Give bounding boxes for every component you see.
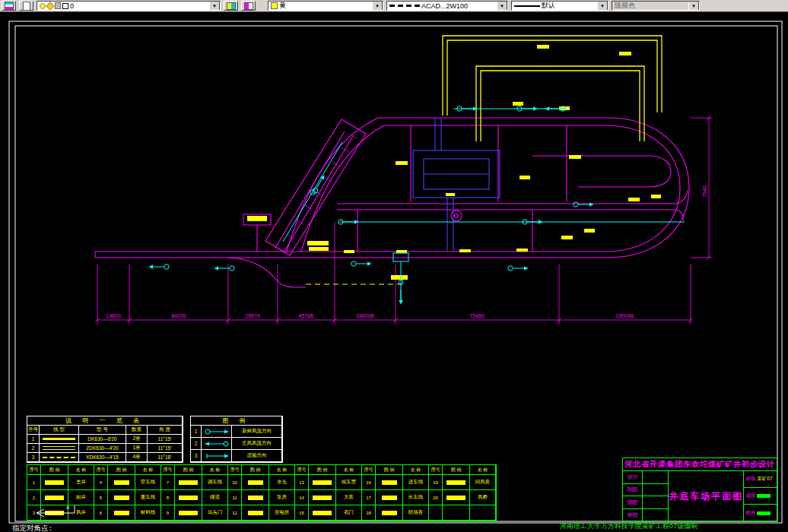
- project-title: 河北省开滦集团东欢坨煤矿矿井初步设计: [623, 458, 777, 471]
- meta-value: 采矿07: [757, 476, 772, 483]
- main-table-cell: [242, 505, 269, 521]
- spec-table: 说 明 一 览 表 序号 线 型 型 号 数量 角 度 1 DK630—6′20…: [27, 416, 183, 463]
- main-table-cell: 18: [362, 505, 376, 521]
- linetype-name: ACAD...2W100: [421, 2, 468, 10]
- main-table-cell: 重车线: [135, 490, 161, 505]
- main-table-cell: [470, 505, 496, 521]
- layer-previous-button[interactable]: [241, 1, 256, 11]
- chevron-down-icon: ▼: [688, 1, 699, 11]
- main-table-cell: 出车线: [403, 490, 429, 505]
- main-table-cell: [108, 475, 135, 490]
- main-table-cell: 9: [161, 505, 175, 521]
- main-table-cell: 7: [161, 475, 175, 490]
- main-table-cell: [108, 490, 135, 505]
- main-table-cell: 20: [429, 490, 443, 505]
- legend-line-sample: [446, 496, 465, 500]
- make-object-layer-current-button[interactable]: [224, 1, 238, 11]
- linetype-preview-icon: [389, 5, 420, 7]
- main-table-cell: [443, 475, 470, 490]
- spec-cell: 11°15′: [148, 435, 183, 444]
- legend-line-sample: [382, 480, 397, 485]
- spec-cell: 11°18′: [148, 453, 183, 462]
- ventilation-ducts: [306, 36, 662, 284]
- svg-text:75460: 75460: [469, 313, 485, 318]
- role-label: 描图: [623, 496, 643, 508]
- main-table-cell: [108, 505, 135, 521]
- main-table-cell: [376, 475, 403, 490]
- chevron-down-icon[interactable]: ▼: [497, 1, 507, 11]
- equipment-labels: [247, 45, 661, 280]
- main-table-cell: [309, 505, 336, 521]
- color-combo[interactable]: 黄 ▼: [268, 1, 383, 11]
- layer-states-button[interactable]: [19, 1, 33, 11]
- main-table-cell: 序号: [429, 465, 443, 475]
- layers-icon: [5, 2, 14, 10]
- main-table-cell: 名 称: [403, 465, 429, 475]
- svg-text:x: x: [66, 504, 69, 511]
- lineweight-preview-icon: [514, 5, 540, 7]
- main-table-cell: 序号: [27, 465, 41, 475]
- command-line[interactable]: 指定对角点:: [12, 524, 52, 532]
- legend-line-sample: [382, 496, 397, 500]
- main-table-cell: 图 例: [41, 465, 68, 475]
- svg-text:45768: 45768: [298, 313, 313, 318]
- sheet-icon: [23, 2, 30, 11]
- role-label: 设计: [623, 471, 643, 483]
- spec-header: 角 度: [148, 426, 183, 435]
- make-current-icon: [227, 2, 236, 10]
- main-table-cell: 名 称: [470, 465, 496, 475]
- toolbar: 0 ▼ 黄 ▼ ACAD...2W100 ▼ 默认 ▼ 随颜色 ▼: [0, 0, 788, 12]
- spec-cell: 2座: [126, 435, 148, 444]
- main-table-cell: 序号: [228, 465, 242, 475]
- layer-on-icon: [40, 3, 46, 9]
- main-table-cell: 14: [295, 490, 309, 505]
- legend-line-sample: [45, 496, 64, 500]
- legend-line-sample: [114, 480, 129, 485]
- spec-cell: 1: [27, 435, 40, 444]
- spec-cell: 11°15′: [148, 444, 183, 453]
- chevron-down-icon[interactable]: ▼: [372, 1, 383, 11]
- role-label: 审核: [623, 509, 643, 522]
- meta-label: 成绩: [745, 492, 755, 499]
- main-table-cell: 5: [94, 490, 108, 505]
- layer-manager-button[interactable]: [2, 1, 16, 11]
- main-table-cell: 调车线: [202, 475, 228, 490]
- layer-combo[interactable]: 0 ▼: [37, 1, 221, 11]
- legend-cell: 1: [191, 426, 202, 438]
- flow-markers: [149, 106, 685, 305]
- airflow-return-icon: [202, 438, 232, 450]
- layer-name: 0: [70, 2, 74, 10]
- legend-line-sample: [313, 480, 332, 485]
- legend-line-sample: [248, 480, 263, 485]
- chevron-down-icon[interactable]: ▼: [209, 1, 220, 11]
- svg-text:246008: 246008: [356, 313, 373, 318]
- color-name: 黄: [279, 1, 286, 11]
- legend-line-sample: [179, 480, 198, 485]
- spec-cell: 4座: [126, 453, 148, 462]
- legend-line-sample: [248, 511, 263, 515]
- svg-text:29974: 29974: [245, 313, 260, 318]
- title-block: 河北省开滦集团东欢坨煤矿矿井初步设计 设计 制图 描图 审核 井底车场平面图 班…: [622, 458, 777, 521]
- main-table-cell: 候车室: [336, 475, 362, 490]
- chevron-down-icon[interactable]: ▼: [597, 1, 608, 11]
- spec-line-sample: [40, 453, 79, 462]
- main-table-cell: [242, 475, 269, 490]
- spec-header: 型 号: [79, 426, 126, 435]
- main-table-cell: 名 称: [269, 465, 295, 475]
- main-table-cell: 1: [27, 475, 41, 490]
- main-table-cell: 4: [94, 475, 108, 490]
- layer-previous-icon: [244, 2, 253, 10]
- main-table-cell: [175, 505, 202, 521]
- main-table-cell: 16: [362, 475, 376, 490]
- main-table-cell: 马头门: [202, 505, 228, 521]
- main-table-cell: [429, 505, 443, 521]
- autocad-window: 14600 84200 29974 45768 246008 75460 190…: [0, 0, 788, 532]
- plot-style-combo: 随颜色 ▼: [612, 1, 700, 11]
- main-table-cell: [309, 490, 336, 505]
- linetype-combo[interactable]: ACAD...2W100 ▼: [386, 1, 508, 11]
- main-table-cell: 图 例: [443, 465, 470, 475]
- lineweight-combo[interactable]: 默认 ▼: [511, 1, 608, 11]
- color-swatch-yellow: [271, 2, 278, 9]
- main-table-cell: 水仓: [269, 475, 295, 490]
- main-table-cell: 17: [362, 490, 376, 505]
